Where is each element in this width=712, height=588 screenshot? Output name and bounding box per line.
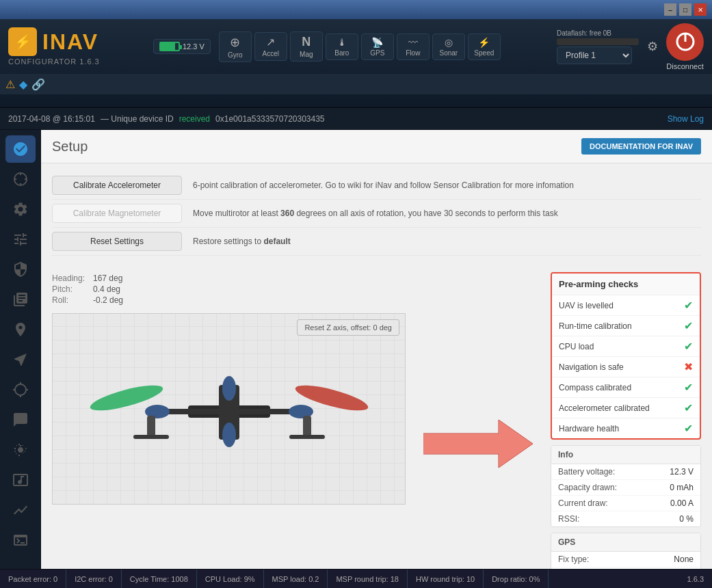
sidebar-item-receiver[interactable] [5,256,36,283]
info-panel-title: Info [551,446,700,464]
check-compass-calibrated: Compass calibrated ✔ [552,377,700,398]
gps-icon: 📡 [371,37,383,48]
svg-rect-15 [133,435,169,439]
sidebar-item-led[interactable] [5,436,36,464]
logo-icon: ⚡ [8,27,37,56]
app-header: ⚡ INAV CONFIGURATOR 1.6.3 12.3 V ⊕ Gyro … [0,19,712,108]
sensor-speed[interactable]: ⚡ Speed [468,34,501,60]
sidebar-item-modes[interactable] [5,286,36,313]
sensor-gps[interactable]: 📡 GPS [361,34,394,60]
svg-marker-18 [423,420,533,468]
show-log-button[interactable]: Show Log [668,114,704,124]
svg-text:⚡: ⚡ [14,34,31,50]
accel-icon: ↗ [266,36,275,49]
right-panels: Pre-arming checks UAV is levelled ✔ Run-… [551,272,701,569]
flow-icon: 〰 [408,37,418,48]
timestamp: 2017-04-08 @ 16:15:01 [8,114,95,124]
sidebar-item-config[interactable] [5,196,36,223]
warning-triangle-icon: ⚠ [5,78,15,91]
current-draw-value: 0.00 A [670,498,694,508]
check-cpu-label: CPU load [559,342,594,351]
sidebar-item-mission[interactable] [5,406,36,433]
check-runtime-icon: ✔ [684,319,693,332]
drone-section: Heading:167 deg Pitch:0.4 deg Roll:-0.2 … [41,264,712,569]
sidebar-item-gps-tab[interactable] [5,376,36,403]
sidebar-item-calibration[interactable] [5,165,36,193]
check-uav-levelled-label: UAV is levelled [559,301,614,310]
accel-label: Accel [263,50,279,57]
check-hardware-icon: ✔ [684,422,693,435]
check-hardware-label: Hardware health [559,424,619,433]
check-navigation-label: Navigation is safe [559,362,624,372]
heading-value: 167 deg [93,273,122,283]
dataflash-label: Dataflash: free 0B [557,29,611,37]
sensor-mag[interactable]: N Mag [290,31,323,62]
cycle-time: Cycle Time: 1008 [122,570,197,588]
heading-label: Heading: [52,273,93,283]
check-accel-label: Accelerometer calibrated [559,403,650,413]
direction-arrow [423,416,533,471]
info-panel: Info Battery voltage: 12.3 V Capacity dr… [551,445,701,527]
logo-section: ⚡ INAV CONFIGURATOR 1.6.3 [8,27,145,66]
flow-label: Flow [406,49,420,57]
battery-voltage: 12.3 V [183,42,205,51]
sidebar-item-servos[interactable] [5,346,36,373]
gps-panel-title: GPS [551,533,700,552]
profile-select[interactable]: Profile 1 Profile 2 Profile 3 [557,46,632,64]
disconnect-button[interactable]: Disconnect [666,23,704,70]
sensor-accel[interactable]: ↗ Accel [254,32,287,61]
check-navigation-icon: ✖ [684,360,693,373]
sidebar-item-blackbox[interactable] [5,496,36,524]
main-layout: Setup DOCUMENTATION FOR INAV Calibrate A… [0,130,712,569]
app-name: INAV [42,29,98,55]
sensor-flow[interactable]: 〰 Flow [397,34,430,60]
minimize-button[interactable]: – [664,3,676,16]
calibrate-accelerometer-button[interactable]: Calibrate Accelerometer [52,176,182,195]
page-title: Setup [52,139,88,155]
baro-label: Baro [334,49,349,57]
sidebar-item-setup[interactable] [5,135,36,163]
calibrate-magnetometer-button[interactable]: Calibrate Magnetometer [52,204,182,223]
sidebar-item-cli[interactable] [5,526,36,554]
sensor-row: ⊕ Gyro ↗ Accel N Mag 🌡 Baro 📡 GPS 〰 Flow [219,31,549,62]
check-accel-calib-icon: ✔ [684,401,693,414]
close-button[interactable]: ✕ [694,3,707,16]
app-version: CONFIGURATOR 1.6.3 [8,57,145,66]
dataflash-section: Dataflash: free 0B Profile 1 Profile 2 P… [557,29,639,64]
check-compass-label: Compass calibrated [559,383,631,392]
status-bar: 2017-04-08 @ 16:15:01 — Unique device ID… [0,108,712,130]
reset-z-button[interactable]: Reset Z axis, offset: 0 deg [297,319,399,336]
calibrate-accel-description: 6-point calibration of accelerometer. Go… [193,181,574,190]
drone-left: Heading:167 deg Pitch:0.4 deg Roll:-0.2 … [52,272,406,569]
current-draw-row: Current draw: 0.00 A [551,496,700,511]
capacity-label: Capacity drawn: [558,483,617,492]
sensor-sonar[interactable]: ◎ Sonar [432,34,465,60]
content-header: Setup DOCUMENTATION FOR INAV [41,130,712,163]
svg-rect-13 [147,416,155,436]
pre-arming-checks-box: Pre-arming checks UAV is levelled ✔ Run-… [551,272,701,440]
app-version-bottom: 1.6.3 [679,575,712,583]
check-compass-icon: ✔ [684,381,693,394]
separator: — Unique device ID [101,114,174,124]
battery-voltage-row: Battery voltage: 12.3 V [551,464,700,480]
check-cpu-load: CPU load ✔ [552,336,700,357]
calibration-row-accel: Calibrate Accelerometer 6-point calibrat… [52,172,701,200]
reset-settings-button[interactable]: Reset Settings [52,232,182,251]
right-section: Dataflash: free 0B Profile 1 Profile 2 P… [557,23,704,70]
rssi-label: RSSI: [558,514,579,524]
mag-label: Mag [300,51,313,58]
calibration-section: Calibrate Accelerometer 6-point calibrat… [41,163,712,264]
sidebar-item-osd[interactable] [5,466,36,494]
reset-description: Restore settings to default [193,237,291,246]
sidebar-item-pid[interactable] [5,226,36,253]
maximize-button[interactable]: □ [679,3,691,16]
documentation-button[interactable]: DOCUMENTATION FOR INAV [581,138,701,155]
sensor-gyro[interactable]: ⊕ Gyro [219,31,252,62]
warning-row: ⚠ ◆ 🔗 [0,74,712,94]
sidebar-item-motors[interactable] [5,316,36,343]
check-runtime-label: Run-time calibration [559,321,632,331]
arrow-section [417,272,540,569]
sensor-baro[interactable]: 🌡 Baro [326,34,358,60]
gear-button[interactable]: ⚙ [647,39,658,54]
battery-voltage-value: 12.3 V [670,467,694,477]
